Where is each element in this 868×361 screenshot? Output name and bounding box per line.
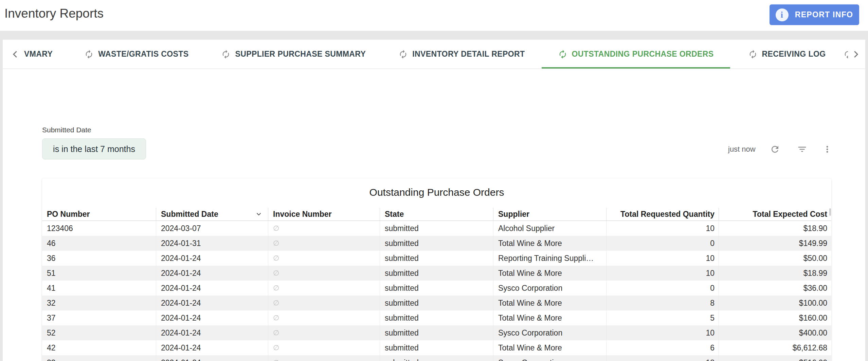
tab-receiving-log[interactable]: RECEIVING LOG (748, 40, 826, 69)
info-icon: i (776, 8, 789, 21)
table-cell: 123406 (42, 221, 156, 236)
table-cell: ∅ (268, 251, 380, 266)
column-header-state[interactable]: State (380, 208, 493, 221)
table-cell: 51 (42, 266, 156, 281)
table-cell: 42 (42, 340, 156, 355)
tab-supplier-purchase-summary[interactable]: SUPPLIER PURCHASE SUMMARY (221, 40, 366, 69)
tab-vmary[interactable]: VMARY (24, 40, 53, 69)
tab-waste-gratis-costs[interactable]: WASTE/GRATIS COSTS (84, 40, 188, 69)
table-cell: ∅ (268, 355, 380, 361)
autorenew-icon (558, 50, 567, 59)
table-cell: 2024-01-31 (156, 236, 268, 251)
autorenew-icon (221, 50, 231, 59)
column-header-po-number[interactable]: PO Number (42, 208, 156, 221)
chevron-right-icon (851, 49, 861, 59)
tab-label: RECEIVING LOG (762, 50, 826, 59)
table-cell: 5 (606, 310, 719, 325)
column-header-invoice-number[interactable]: Invoice Number (268, 208, 380, 221)
table-cell: ∅ (268, 296, 380, 310)
table-cell: 2024-01-24 (156, 266, 268, 281)
chevron-left-icon (10, 49, 20, 59)
table-cell: Total Wine & More (493, 296, 606, 310)
column-header-total-expected-cost[interactable]: Total Expected Cost (719, 208, 831, 221)
tab-scroll-right-button[interactable] (851, 49, 861, 59)
report-card: VMARYWASTE/GRATIS COSTSSUPPLIER PURCHASE… (3, 40, 865, 361)
refresh-icon (770, 144, 780, 154)
table-cell: ∅ (268, 340, 380, 355)
dashboard-toolbar: just now (728, 144, 832, 154)
table-cell: $400.00 (719, 325, 831, 340)
filter-list-icon (797, 144, 807, 154)
column-header-label: Total Expected Cost (753, 210, 827, 219)
table-cell: $516.00 (719, 355, 831, 361)
filter-button[interactable] (797, 144, 807, 154)
table-cell: Sysco Corporation (493, 355, 606, 361)
table-title: Outstanding Purchase Orders (42, 187, 831, 198)
column-header-label: Total Requested Quantity (620, 210, 715, 219)
table-cell: 2024-03-07 (156, 221, 268, 236)
table-row: 512024-01-24∅submittedTotal Wine & More1… (42, 266, 831, 281)
table-cell: ∅ (268, 281, 380, 296)
table-cell: ∅ (268, 221, 380, 236)
tab-inventory-detail-report[interactable]: INVENTORY DETAIL REPORT (398, 40, 525, 69)
table-cell: Reporting Training Suppli… (493, 251, 606, 266)
table-cell: 52 (42, 325, 156, 340)
table-cell: submitted (380, 281, 493, 296)
tab-scroll-left-button[interactable] (10, 49, 20, 59)
table-cell: ∅ (268, 266, 380, 281)
table-cell: submitted (380, 355, 493, 361)
table-cell: 0 (606, 281, 719, 296)
report-info-label: REPORT INFO (795, 10, 853, 19)
table-cell: 0 (606, 236, 719, 251)
report-info-button[interactable]: i REPORT INFO (770, 4, 859, 25)
table-cell: $149.99 (719, 236, 831, 251)
table-cell: 18 (606, 355, 719, 361)
tab-label: SUPPLIER PURCHASE SUMMARY (235, 50, 366, 59)
column-header-label: State (385, 210, 404, 219)
table-cell: 36 (42, 251, 156, 266)
table-cell: Sysco Corporation (493, 325, 606, 340)
autorenew-icon (748, 50, 758, 59)
table-cell: Total Wine & More (493, 236, 606, 251)
table-cell: 6 (606, 340, 719, 355)
top-bar: Inventory Reports i REPORT INFO (0, 0, 868, 31)
tab-bar: VMARYWASTE/GRATIS COSTSSUPPLIER PURCHASE… (3, 40, 865, 69)
column-header-supplier[interactable]: Supplier (493, 208, 606, 221)
table-cell: submitted (380, 296, 493, 310)
column-header-total-requested-quantity[interactable]: Total Requested Quantity (606, 208, 719, 221)
table-cell: ∅ (268, 236, 380, 251)
table-cell: 33 (42, 355, 156, 361)
table-row: 1234062024-03-07∅submittedAlcohol Suppli… (42, 221, 831, 236)
table-cell: submitted (380, 310, 493, 325)
filter-field-label: Submitted Date (42, 126, 91, 134)
column-header-submitted-date[interactable]: Submitted Date (156, 208, 268, 221)
table-cell: 10 (606, 251, 719, 266)
refresh-button[interactable] (770, 144, 780, 154)
table-cell: $6,612.68 (719, 340, 831, 355)
table-cell: Alcohol Supplier (493, 221, 606, 236)
table-row: 422024-01-24∅submittedTotal Wine & More6… (42, 340, 831, 355)
column-header-label: Invoice Number (273, 210, 332, 219)
tab-outstanding-purchase-orders[interactable]: OUTSTANDING PURCHASE ORDERS (542, 40, 730, 69)
table-cell: $36.00 (719, 281, 831, 296)
table-cell: 10 (606, 325, 719, 340)
last-refresh-text: just now (728, 145, 756, 154)
autorenew-icon (398, 50, 408, 59)
table-cell: $18.99 (719, 266, 831, 281)
table-cell: 32 (42, 296, 156, 310)
table-cell: 2024-01-24 (156, 296, 268, 310)
column-header-label: Submitted Date (161, 210, 218, 219)
submitted-date-filter-chip[interactable]: is in the last 7 months (42, 138, 146, 159)
table-cell: 10 (606, 221, 719, 236)
table-cell: Total Wine & More (493, 310, 606, 325)
table-cell: 10 (606, 266, 719, 281)
table-cell: Sysco Corporation (493, 281, 606, 296)
table-cell: $18.90 (719, 221, 831, 236)
table-cell: submitted (380, 340, 493, 355)
table-row: 322024-01-24∅submittedTotal Wine & More8… (42, 296, 831, 310)
autorenew-icon-clipped (843, 50, 848, 59)
kebab-menu-button[interactable] (822, 144, 832, 154)
table-cell: $160.00 (719, 310, 831, 325)
table-row: 412024-01-24∅submittedSysco Corporation0… (42, 281, 831, 296)
table-cell: 2024-01-24 (156, 251, 268, 266)
